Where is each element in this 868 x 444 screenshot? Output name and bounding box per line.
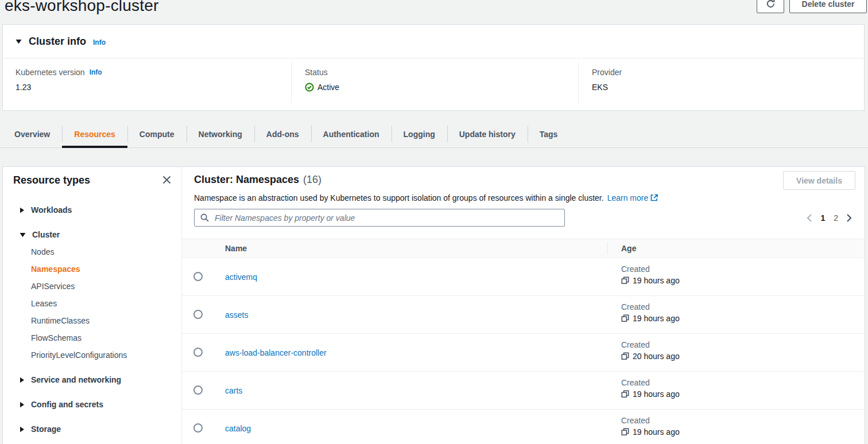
tab-update-history[interactable]: Update history	[447, 120, 528, 147]
age-created-label: Created	[621, 378, 680, 387]
filter-box	[194, 209, 565, 227]
cell-age: Created19 hours ago	[621, 378, 680, 399]
filter-input[interactable]	[214, 213, 564, 223]
group-config-and-secrets[interactable]: Config and secrets	[20, 396, 176, 413]
copy-icon[interactable]	[621, 314, 629, 322]
kubernetes-version-info-link[interactable]: Info	[90, 68, 102, 76]
row-radio-button[interactable]	[193, 310, 203, 319]
tab-authentication[interactable]: Authentication	[311, 120, 392, 147]
cluster-info-header[interactable]: Cluster info Info	[3, 25, 864, 59]
copy-icon[interactable]	[621, 276, 629, 285]
chevron-right-icon	[20, 377, 25, 383]
copy-icon[interactable]	[621, 390, 629, 398]
column-divider	[607, 243, 608, 254]
column-header-name[interactable]: Name	[225, 239, 247, 258]
age-created-label: Created	[621, 416, 680, 425]
row-radio-button[interactable]	[193, 385, 203, 395]
cell-age: Created19 hours ago	[621, 302, 680, 323]
copy-icon[interactable]	[621, 428, 629, 436]
collapse-caret-icon[interactable]	[16, 39, 22, 44]
group-workloads[interactable]: Workloads	[20, 201, 176, 219]
tab-overview[interactable]: Overview	[2, 120, 62, 147]
table-description: Namespace is an abstraction used by Kube…	[194, 193, 604, 202]
page-2[interactable]: 2	[834, 213, 838, 223]
sidebar-item-namespaces[interactable]: Namespaces	[31, 260, 176, 278]
age-text: 19 hours ago	[633, 427, 680, 437]
table-count: (16)	[303, 174, 321, 186]
cluster-info-title: Cluster info	[29, 36, 86, 48]
resource-types-title: Resource types	[13, 174, 172, 186]
age-value: 19 hours ago	[621, 427, 680, 437]
refresh-icon	[766, 0, 776, 9]
divider	[578, 62, 579, 103]
sidebar-item-nodes[interactable]: Nodes	[31, 243, 176, 260]
provider-label: Provider	[592, 68, 622, 77]
namespace-link-assets[interactable]: assets	[225, 310, 248, 320]
namespace-link-carts[interactable]: carts	[225, 386, 242, 395]
view-details-button[interactable]: View details	[783, 171, 855, 190]
divider	[291, 62, 292, 103]
table-row: catalogCreated19 hours ago	[182, 410, 865, 444]
row-radio-button[interactable]	[193, 272, 203, 281]
age-text: 20 hours ago	[633, 352, 680, 361]
namespace-link-catalog[interactable]: catalog	[225, 424, 251, 433]
age-value: 20 hours ago	[621, 352, 680, 361]
chevron-right-icon	[20, 426, 25, 433]
field-kubernetes-version: Kubernetes version Info 1.23	[16, 68, 102, 92]
tab-networking[interactable]: Networking	[187, 120, 254, 147]
sidebar-item-leases[interactable]: Leases	[31, 295, 176, 312]
tab-logging[interactable]: Logging	[392, 120, 447, 147]
field-status: Status Active	[305, 68, 339, 92]
chevron-right-icon	[20, 402, 25, 408]
cell-age: Created19 hours ago	[621, 416, 680, 437]
group-service-and-networking[interactable]: Service and networking	[20, 371, 176, 388]
next-page-icon[interactable]	[847, 214, 852, 222]
row-radio-button[interactable]	[193, 348, 203, 357]
group-label: Workloads	[31, 205, 72, 215]
cell-name: catalog	[225, 410, 251, 444]
resource-types-panel: Resource types WorkloadsClusterNodesName…	[3, 167, 182, 444]
tab-bar: OverviewResourcesComputeNetworkingAdd-on…	[0, 120, 868, 148]
resource-types-tree: WorkloadsClusterNodesNamespacesAPIServic…	[20, 201, 176, 438]
learn-more-link[interactable]: Learn more	[607, 193, 649, 202]
namespace-link-activemq[interactable]: activemq	[225, 272, 257, 282]
status-ok-icon	[305, 83, 314, 92]
sidebar-item-runtimeclasses[interactable]: RuntimeClasses	[31, 312, 176, 329]
refresh-button[interactable]	[757, 0, 784, 13]
namespaces-table: Name Age activemqCreated19 hours agoasse…	[182, 239, 865, 444]
table-row: aws-load-balancer-controllerCreated20 ho…	[182, 334, 865, 372]
row-radio-button[interactable]	[193, 423, 203, 433]
previous-page-icon[interactable]	[807, 214, 812, 222]
kubernetes-version-value: 1.23	[16, 83, 102, 92]
group-storage[interactable]: Storage	[20, 420, 176, 438]
sidebar-item-flowschemas[interactable]: FlowSchemas	[31, 329, 176, 346]
tab-add-ons[interactable]: Add-ons	[254, 120, 311, 147]
close-icon[interactable]	[161, 174, 172, 185]
provider-value: EKS	[592, 83, 622, 92]
age-value: 19 hours ago	[621, 314, 680, 323]
group-children-cluster: NodesNamespacesAPIServicesLeasesRuntimeC…	[31, 243, 176, 364]
cluster-info-info-link[interactable]: Info	[93, 38, 106, 46]
cell-age: Created20 hours ago	[621, 340, 680, 361]
sidebar-item-prioritylevelconfigurations[interactable]: PriorityLevelConfigurations	[31, 346, 176, 364]
external-link-icon	[648, 193, 658, 202]
age-text: 19 hours ago	[633, 314, 680, 323]
page-title: eks-workshop-cluster	[5, 0, 159, 15]
namespaces-main: Cluster: Namespaces (16) View details Na…	[182, 167, 865, 444]
tab-tags[interactable]: Tags	[528, 120, 570, 147]
copy-icon[interactable]	[621, 352, 629, 360]
column-header-age[interactable]: Age	[621, 239, 636, 258]
cluster-info-body: Kubernetes version Info 1.23 Status Acti…	[3, 59, 864, 111]
search-icon	[200, 213, 209, 222]
sidebar-item-apiservices[interactable]: APIServices	[31, 278, 176, 295]
delete-cluster-button[interactable]: Delete cluster	[789, 0, 867, 13]
cell-name: assets	[225, 296, 248, 333]
cell-name: activemq	[225, 258, 257, 295]
namespace-link-aws-load-balancer-controller[interactable]: aws-load-balancer-controller	[225, 348, 327, 357]
tab-compute[interactable]: Compute	[127, 120, 187, 147]
group-cluster[interactable]: Cluster	[20, 226, 176, 243]
age-value: 19 hours ago	[621, 390, 680, 399]
page-1[interactable]: 1	[820, 213, 825, 223]
age-value: 19 hours ago	[621, 276, 680, 285]
tab-resources[interactable]: Resources	[62, 120, 127, 147]
